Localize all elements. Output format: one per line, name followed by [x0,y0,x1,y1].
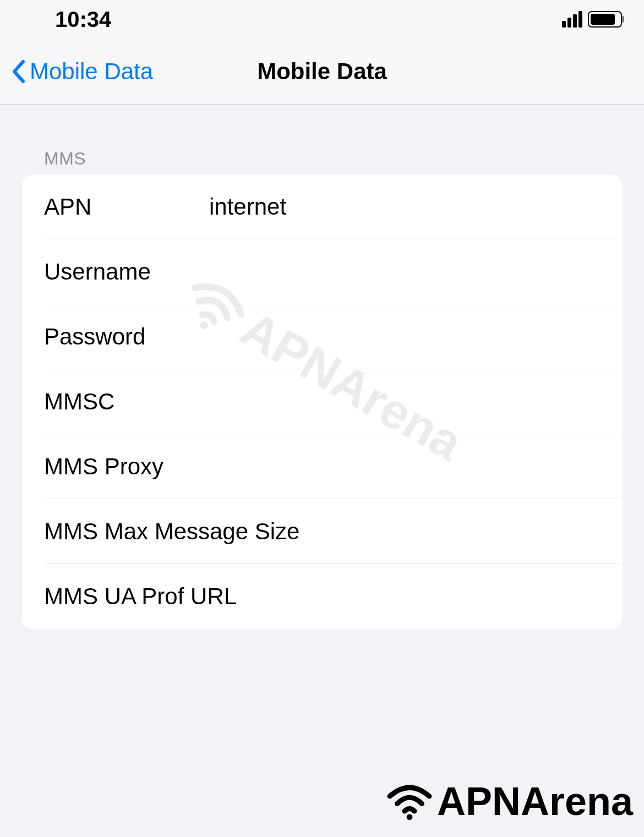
watermark-text: APNArena [437,779,633,824]
input-apn[interactable] [209,194,600,220]
row-apn[interactable]: APN [22,174,622,239]
chevron-left-icon [11,59,25,84]
input-mms-proxy[interactable] [209,453,600,480]
content-area: MMS APN Username Password MMSC MMS Proxy… [0,105,644,629]
navigation-bar: Mobile Data Mobile Data [0,39,644,105]
svg-point-1 [406,814,412,820]
label-username: Username [44,259,209,285]
row-username[interactable]: Username [22,239,622,304]
watermark-bottom: APNArena [385,776,633,826]
row-mmsc[interactable]: MMSC [22,369,622,434]
section-header-mms: MMS [0,149,644,174]
back-label: Mobile Data [30,58,153,85]
label-mms-ua-prof: MMS UA Prof URL [44,583,600,610]
label-password: Password [44,324,209,350]
row-password[interactable]: Password [22,304,622,369]
input-username[interactable] [209,259,600,285]
battery-icon [588,11,622,28]
cellular-signal-icon [562,11,582,28]
row-mms-proxy[interactable]: MMS Proxy [22,434,622,499]
input-password[interactable] [209,324,600,350]
row-mms-ua-prof[interactable]: MMS UA Prof URL [22,564,622,629]
wifi-icon [385,776,434,826]
input-mmsc[interactable] [209,389,600,415]
status-time: 10:34 [55,7,111,32]
label-mms-proxy: MMS Proxy [44,453,209,480]
back-button[interactable]: Mobile Data [11,58,153,85]
label-mms-max-size: MMS Max Message Size [44,518,600,545]
status-bar: 10:34 [0,0,644,39]
label-mmsc: MMSC [44,389,209,415]
settings-group-mms: APN Username Password MMSC MMS Proxy MMS… [22,174,622,629]
page-title: Mobile Data [257,58,387,85]
row-mms-max-size[interactable]: MMS Max Message Size [22,499,622,564]
status-icons [562,11,622,28]
label-apn: APN [44,194,209,220]
